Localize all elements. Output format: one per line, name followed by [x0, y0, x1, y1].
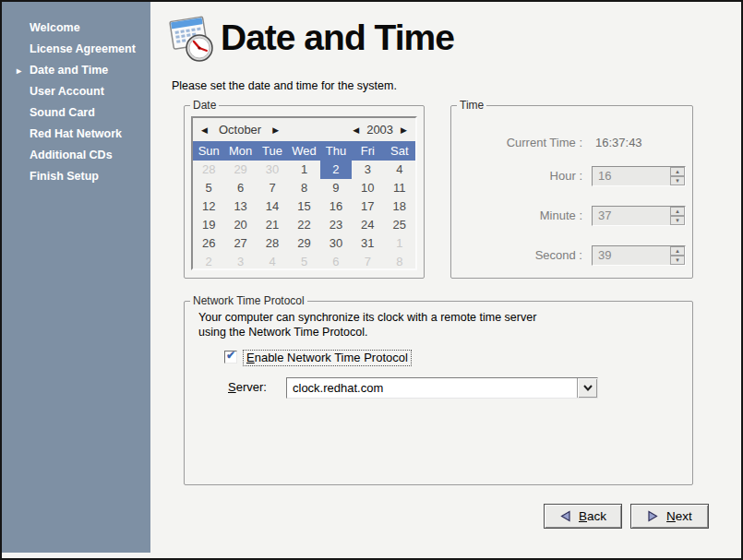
calendar-day[interactable]: 3 [352, 161, 383, 179]
calendar-day[interactable]: 6 [224, 179, 256, 197]
prev-year-button[interactable]: ◀ [351, 125, 361, 135]
next-year-button[interactable]: ▶ [399, 125, 409, 135]
minute-spin-buttons: ▴ ▾ [670, 207, 685, 225]
sidebar-item-label: Sound Card [30, 106, 95, 119]
calendar-day[interactable]: 3 [224, 253, 256, 271]
calendar-day[interactable]: 29 [288, 234, 319, 253]
spin-up-button[interactable]: ▴ [670, 167, 685, 176]
calendar-day[interactable]: 28 [193, 161, 224, 179]
server-dropdown-button[interactable] [577, 378, 597, 398]
sidebar-item-sound-card[interactable]: Sound Card [2, 102, 150, 124]
calendar-day[interactable]: 23 [320, 216, 352, 234]
calendar-year-label: 2003 [366, 123, 393, 137]
calendar-day[interactable]: 22 [288, 216, 319, 234]
calendar-day[interactable]: 7 [257, 179, 288, 197]
calendar-day[interactable]: 31 [352, 234, 383, 253]
page-title: Date and Time [221, 18, 454, 58]
minute-spinner[interactable]: 37 ▴ ▾ [592, 206, 686, 226]
calendar-day[interactable]: 13 [224, 197, 256, 216]
day-header: Fri [352, 144, 383, 158]
server-value: clock.redhat.com [293, 378, 383, 398]
calendar-day[interactable]: 4 [257, 253, 288, 271]
spin-down-button[interactable]: ▾ [670, 256, 685, 265]
calendar-day[interactable]: 1 [384, 234, 415, 253]
ntp-description-line1: Your computer can synchronize its clock … [198, 310, 536, 325]
second-spinner[interactable]: 39 ▴ ▾ [592, 245, 686, 266]
calendar-day[interactable]: 9 [320, 179, 352, 197]
sidebar-item-finish-setup[interactable]: Finish Setup [2, 166, 150, 187]
back-button[interactable]: Back [544, 504, 622, 529]
calendar-day[interactable]: 10 [352, 179, 383, 197]
calendar-day[interactable]: 2 [193, 253, 224, 271]
sidebar-item-date-and-time[interactable]: ▸ Date and Time [2, 60, 150, 81]
calendar-day[interactable]: 25 [384, 216, 415, 234]
date-group-label: Date [190, 99, 219, 112]
calendar-day[interactable]: 5 [288, 253, 319, 271]
ntp-group: Network Time Protocol Your computer can … [184, 301, 693, 485]
calendar-day[interactable]: 11 [384, 179, 415, 197]
hour-spin-buttons: ▴ ▾ [670, 167, 685, 185]
calendar-day[interactable]: 8 [384, 253, 415, 271]
next-button[interactable]: Next [630, 504, 709, 529]
sidebar-item-welcome[interactable]: Welcome [2, 18, 150, 39]
enable-ntp-checkbox[interactable]: ✔ [224, 351, 237, 363]
calendar-day[interactable]: 15 [288, 197, 319, 216]
spin-down-button[interactable]: ▾ [670, 176, 685, 185]
calendar-day[interactable]: 18 [384, 197, 415, 216]
day-header: Sat [384, 144, 415, 158]
calendar-nav: ◀ October ▶ ◀ 2003 ▶ [193, 118, 415, 141]
calendar-day[interactable]: 26 [193, 234, 224, 253]
calendar-day[interactable]: 16 [320, 197, 352, 216]
calendar-day[interactable]: 8 [288, 179, 319, 197]
calendar-day[interactable]: 7 [352, 253, 383, 271]
next-month-button[interactable]: ▶ [270, 125, 281, 135]
calendar-day[interactable]: 30 [257, 161, 288, 179]
current-time-value: 16:37:43 [595, 132, 642, 154]
calendar-day[interactable]: 4 [384, 161, 415, 179]
calendar-day[interactable]: 28 [257, 234, 288, 253]
prev-month-button[interactable]: ◀ [199, 125, 210, 135]
calendar-day[interactable]: 20 [224, 216, 256, 234]
calendar-day[interactable]: 30 [320, 234, 352, 253]
main-panel: Date and Time Please set the date and ti… [150, 2, 741, 558]
second-value: 39 [598, 246, 611, 265]
calendar-day[interactable]: 29 [224, 161, 256, 179]
spin-down-button[interactable]: ▾ [670, 216, 685, 225]
sidebar-item-label: License Agreement [30, 42, 136, 55]
sidebar-item-red-hat-network[interactable]: Red Hat Network [2, 124, 150, 145]
spin-up-button[interactable]: ▴ [670, 207, 685, 216]
sidebar-item-user-account[interactable]: User Account [2, 81, 150, 102]
calendar-day[interactable]: 27 [224, 234, 256, 253]
calendar-day[interactable]: 21 [257, 216, 288, 234]
hour-label: Hour : [451, 165, 582, 187]
active-step-arrow-icon: ▸ [17, 65, 21, 77]
server-label: Server: [228, 380, 267, 394]
calendar-clock-icon [166, 13, 218, 65]
spin-up-button[interactable]: ▴ [670, 246, 685, 256]
server-combobox[interactable]: clock.redhat.com [286, 377, 598, 399]
page-subtitle: Please set the date and time for the sys… [172, 79, 397, 92]
enable-ntp-label[interactable]: Enable Network Time Protocol [243, 350, 412, 366]
sidebar-item-label: Red Hat Network [30, 127, 122, 140]
calendar-day-selected[interactable]: 2 [320, 161, 352, 179]
sidebar-item-license-agreement[interactable]: License Agreement [2, 39, 150, 60]
sidebar-item-additional-cds[interactable]: Additional CDs [2, 145, 150, 166]
hour-spinner[interactable]: 16 ▴ ▾ [592, 166, 686, 186]
calendar-day[interactable]: 1 [288, 161, 319, 179]
calendar-day[interactable]: 14 [257, 197, 288, 216]
hour-row: Hour : 16 ▴ ▾ [451, 165, 692, 187]
calendar-day[interactable]: 19 [193, 216, 224, 234]
calendar-day[interactable]: 6 [320, 253, 352, 271]
date-group: Date ◀ October ▶ ◀ 2003 ▶ Sun Mon Tue We… [184, 105, 425, 279]
calendar-day[interactable]: 5 [193, 179, 224, 197]
ntp-group-label: Network Time Protocol [190, 294, 307, 307]
sidebar-item-label: Additional CDs [30, 149, 113, 161]
calendar-day[interactable]: 17 [352, 197, 383, 216]
calendar-day[interactable]: 24 [352, 216, 383, 234]
calendar-day[interactable]: 12 [193, 197, 224, 216]
calendar-month-label: October [219, 123, 261, 137]
sidebar-item-label: Welcome [30, 21, 80, 34]
checkmark-icon: ✔ [226, 349, 235, 362]
back-arrow-icon [559, 510, 571, 522]
next-arrow-icon [647, 510, 659, 522]
